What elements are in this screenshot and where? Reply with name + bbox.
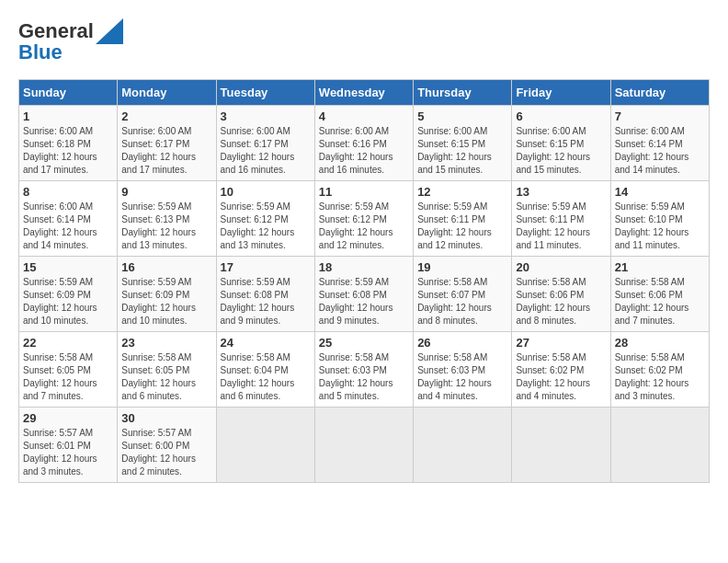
col-header-tuesday: Tuesday	[216, 80, 314, 106]
calendar-cell: 25Sunrise: 5:58 AMSunset: 6:03 PMDayligh…	[314, 332, 413, 408]
day-info: Sunrise: 5:59 AMSunset: 6:11 PMDaylight:…	[417, 201, 507, 252]
header-row: SundayMondayTuesdayWednesdayThursdayFrid…	[19, 80, 710, 106]
day-number: 2	[121, 109, 211, 123]
day-number: 9	[121, 185, 211, 199]
calendar-cell: 3Sunrise: 6:00 AMSunset: 6:17 PMDaylight…	[216, 106, 314, 181]
day-number: 3	[221, 109, 311, 123]
calendar-cell: 10Sunrise: 5:59 AMSunset: 6:12 PMDayligh…	[216, 181, 314, 257]
col-header-saturday: Saturday	[610, 80, 709, 106]
col-header-thursday: Thursday	[414, 80, 512, 106]
calendar-cell: 23Sunrise: 5:58 AMSunset: 6:05 PMDayligh…	[118, 332, 216, 408]
day-number: 13	[516, 185, 606, 199]
col-header-friday: Friday	[512, 80, 610, 106]
calendar-cell: 28Sunrise: 5:58 AMSunset: 6:02 PMDayligh…	[610, 332, 709, 408]
calendar-cell: 27Sunrise: 5:58 AMSunset: 6:02 PMDayligh…	[512, 332, 610, 408]
calendar-cell: 12Sunrise: 5:59 AMSunset: 6:11 PMDayligh…	[414, 181, 512, 257]
day-info: Sunrise: 5:59 AMSunset: 6:12 PMDaylight:…	[319, 201, 409, 252]
day-info: Sunrise: 5:58 AMSunset: 6:05 PMDaylight:…	[23, 351, 113, 403]
calendar-cell: 13Sunrise: 5:59 AMSunset: 6:11 PMDayligh…	[512, 181, 610, 257]
day-number: 6	[516, 109, 606, 123]
calendar-cell	[414, 408, 512, 483]
day-info: Sunrise: 6:00 AMSunset: 6:17 PMDaylight:…	[121, 125, 211, 177]
page-header: General Blue	[18, 18, 710, 64]
day-number: 1	[23, 109, 113, 123]
calendar-cell: 5Sunrise: 6:00 AMSunset: 6:15 PMDaylight…	[414, 106, 512, 181]
calendar-cell: 30Sunrise: 5:57 AMSunset: 6:00 PMDayligh…	[118, 408, 216, 483]
day-info: Sunrise: 5:59 AMSunset: 6:12 PMDaylight:…	[221, 201, 311, 252]
day-number: 8	[23, 185, 113, 199]
day-info: Sunrise: 6:00 AMSunset: 6:15 PMDaylight:…	[516, 125, 606, 177]
day-info: Sunrise: 5:58 AMSunset: 6:02 PMDaylight:…	[615, 351, 705, 403]
day-info: Sunrise: 5:59 AMSunset: 6:08 PMDaylight:…	[221, 276, 311, 327]
calendar-cell: 7Sunrise: 6:00 AMSunset: 6:14 PMDaylight…	[610, 106, 709, 181]
logo-icon	[96, 18, 123, 44]
calendar-week-3: 15Sunrise: 5:59 AMSunset: 6:09 PMDayligh…	[19, 257, 710, 332]
calendar-cell: 4Sunrise: 6:00 AMSunset: 6:16 PMDaylight…	[314, 106, 413, 181]
day-number: 10	[221, 185, 311, 199]
day-info: Sunrise: 5:58 AMSunset: 6:04 PMDaylight:…	[221, 351, 311, 403]
col-header-wednesday: Wednesday	[314, 80, 413, 106]
calendar-cell: 16Sunrise: 5:59 AMSunset: 6:09 PMDayligh…	[118, 257, 216, 332]
day-info: Sunrise: 5:59 AMSunset: 6:09 PMDaylight:…	[121, 276, 211, 327]
day-info: Sunrise: 5:59 AMSunset: 6:10 PMDaylight:…	[615, 201, 705, 252]
day-info: Sunrise: 5:57 AMSunset: 6:01 PMDaylight:…	[23, 427, 113, 478]
calendar-cell: 20Sunrise: 5:58 AMSunset: 6:06 PMDayligh…	[512, 257, 610, 332]
calendar-cell: 9Sunrise: 5:59 AMSunset: 6:13 PMDaylight…	[118, 181, 216, 257]
day-info: Sunrise: 5:59 AMSunset: 6:11 PMDaylight:…	[516, 201, 606, 252]
calendar-cell: 19Sunrise: 5:58 AMSunset: 6:07 PMDayligh…	[414, 257, 512, 332]
day-number: 12	[417, 185, 507, 199]
logo: General Blue	[18, 18, 123, 64]
day-info: Sunrise: 5:59 AMSunset: 6:08 PMDaylight:…	[319, 276, 409, 327]
col-header-sunday: Sunday	[19, 80, 118, 106]
calendar-cell: 29Sunrise: 5:57 AMSunset: 6:01 PMDayligh…	[19, 408, 118, 483]
calendar-cell: 18Sunrise: 5:59 AMSunset: 6:08 PMDayligh…	[314, 257, 413, 332]
calendar-cell	[216, 408, 314, 483]
day-info: Sunrise: 6:00 AMSunset: 6:14 PMDaylight:…	[615, 125, 705, 177]
day-number: 24	[221, 336, 311, 350]
day-number: 11	[319, 185, 409, 199]
calendar-cell: 22Sunrise: 5:58 AMSunset: 6:05 PMDayligh…	[19, 332, 118, 408]
calendar-cell: 17Sunrise: 5:59 AMSunset: 6:08 PMDayligh…	[216, 257, 314, 332]
day-number: 20	[516, 260, 606, 274]
day-number: 17	[221, 260, 311, 274]
day-info: Sunrise: 5:58 AMSunset: 6:02 PMDaylight:…	[516, 351, 606, 403]
day-number: 29	[23, 411, 113, 425]
day-number: 30	[121, 411, 211, 425]
day-number: 5	[417, 109, 507, 123]
day-info: Sunrise: 6:00 AMSunset: 6:16 PMDaylight:…	[319, 125, 409, 177]
day-number: 27	[516, 336, 606, 350]
calendar-cell: 15Sunrise: 5:59 AMSunset: 6:09 PMDayligh…	[19, 257, 118, 332]
day-number: 4	[319, 109, 409, 123]
calendar-cell: 8Sunrise: 6:00 AMSunset: 6:14 PMDaylight…	[19, 181, 118, 257]
calendar-cell	[314, 408, 413, 483]
day-number: 18	[319, 260, 409, 274]
calendar-cell: 14Sunrise: 5:59 AMSunset: 6:10 PMDayligh…	[610, 181, 709, 257]
calendar-cell: 24Sunrise: 5:58 AMSunset: 6:04 PMDayligh…	[216, 332, 314, 408]
day-info: Sunrise: 6:00 AMSunset: 6:14 PMDaylight:…	[23, 201, 113, 252]
logo-blue: Blue	[18, 40, 63, 64]
day-info: Sunrise: 5:58 AMSunset: 6:05 PMDaylight:…	[121, 351, 211, 403]
calendar-cell	[610, 408, 709, 483]
calendar-cell: 26Sunrise: 5:58 AMSunset: 6:03 PMDayligh…	[414, 332, 512, 408]
calendar-cell: 2Sunrise: 6:00 AMSunset: 6:17 PMDaylight…	[118, 106, 216, 181]
day-number: 16	[121, 260, 211, 274]
day-number: 7	[615, 109, 705, 123]
day-info: Sunrise: 5:58 AMSunset: 6:07 PMDaylight:…	[417, 276, 507, 327]
calendar-cell	[512, 408, 610, 483]
day-number: 19	[417, 260, 507, 274]
day-number: 15	[23, 260, 113, 274]
calendar-cell: 6Sunrise: 6:00 AMSunset: 6:15 PMDaylight…	[512, 106, 610, 181]
svg-marker-0	[96, 18, 123, 44]
calendar-table: SundayMondayTuesdayWednesdayThursdayFrid…	[18, 79, 710, 483]
day-info: Sunrise: 6:00 AMSunset: 6:15 PMDaylight:…	[417, 125, 507, 177]
day-info: Sunrise: 5:59 AMSunset: 6:13 PMDaylight:…	[121, 201, 211, 252]
day-number: 28	[615, 336, 705, 350]
day-number: 21	[615, 260, 705, 274]
day-info: Sunrise: 5:59 AMSunset: 6:09 PMDaylight:…	[23, 276, 113, 327]
calendar-week-2: 8Sunrise: 6:00 AMSunset: 6:14 PMDaylight…	[19, 181, 710, 257]
calendar-week-5: 29Sunrise: 5:57 AMSunset: 6:01 PMDayligh…	[19, 408, 710, 483]
calendar-week-4: 22Sunrise: 5:58 AMSunset: 6:05 PMDayligh…	[19, 332, 710, 408]
day-number: 14	[615, 185, 705, 199]
calendar-cell: 11Sunrise: 5:59 AMSunset: 6:12 PMDayligh…	[314, 181, 413, 257]
calendar-cell: 21Sunrise: 5:58 AMSunset: 6:06 PMDayligh…	[610, 257, 709, 332]
